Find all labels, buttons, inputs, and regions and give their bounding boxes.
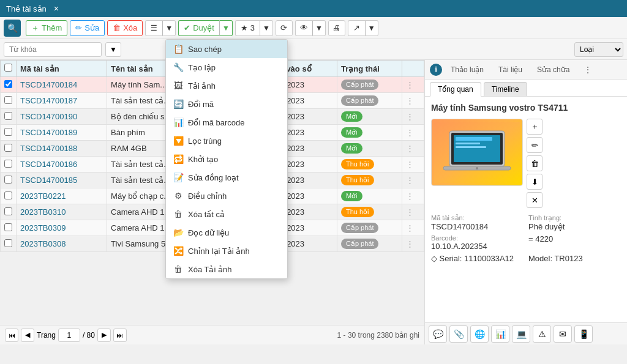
last-page-button[interactable]: ⏭ — [113, 329, 127, 342]
download-image-button[interactable]: ⬇ — [527, 174, 543, 190]
menu-main-button[interactable]: ☰ — [145, 20, 162, 36]
approve-icon: ✔ — [184, 23, 190, 32]
mobile-button[interactable]: 📱 — [574, 325, 593, 343]
subtab-timeline[interactable]: Timeline — [484, 82, 527, 96]
tab-thao-luan[interactable]: Thảo luận — [445, 63, 490, 76]
records-info: 1 - 30 trong 2380 bản ghi — [337, 331, 419, 340]
row-checkbox[interactable] — [1, 125, 17, 141]
row-checkbox[interactable] — [1, 141, 17, 157]
row-action: ⋮ — [402, 77, 424, 93]
row-id: 2023TB0221 — [17, 188, 107, 204]
edit-icon: ✏ — [75, 23, 82, 32]
alert-button[interactable]: ⚠ — [533, 325, 551, 343]
dropdown-item-label: Khởi tạo — [188, 155, 218, 164]
add-button[interactable]: ＋ Thêm — [26, 20, 67, 36]
star-arrow-button[interactable]: ▼ — [260, 20, 273, 36]
share-button[interactable]: ↗ — [348, 20, 365, 36]
dropdown-item[interactable]: ⚙Điều chỉnh — [166, 187, 287, 205]
dropdown-item-label: Lọc trùng — [188, 136, 222, 146]
dropdown-item-icon: ⚙ — [173, 191, 183, 201]
info-col-barcode-val: = 4220 — [528, 234, 621, 251]
select-all-checkbox[interactable] — [4, 64, 12, 72]
edit-button[interactable]: ✏ Sửa — [70, 20, 105, 36]
bottom-toolbar: 💬 📎 🌐 📊 💻 ⚠ ✉ 📱 — [425, 322, 627, 344]
dropdown-item[interactable]: 🖼Tải ảnh — [166, 76, 287, 95]
type-filter[interactable]: Loại — [574, 42, 623, 57]
col-trang-thai: Trạng thái — [337, 61, 402, 77]
asset-info: Mã tài sản: TSCD14700184 Tình trạng: Phê… — [431, 214, 621, 263]
tab-more[interactable]: ⋮ — [578, 63, 598, 76]
star-button[interactable]: ★ 3 — [235, 20, 260, 36]
next-page-button[interactable]: ▶ — [97, 329, 111, 342]
approve-button[interactable]: ✔ Duyệt — [178, 20, 219, 36]
search-input[interactable] — [4, 42, 102, 57]
info-col-tinh-trang: Tình trạng: Phê duyệt — [528, 214, 621, 231]
print-button[interactable]: 🖨 — [328, 20, 345, 36]
row-action: ⋮ — [402, 220, 424, 236]
row-checkbox[interactable] — [1, 109, 17, 125]
row-checkbox[interactable] — [1, 236, 17, 252]
close-image-button[interactable]: ✕ — [527, 192, 543, 208]
col-checkbox[interactable] — [1, 61, 17, 77]
dropdown-item[interactable]: 🔽Lọc trùng — [166, 132, 287, 150]
row-id: 2023TB0310 — [17, 204, 107, 220]
page-label: Trang — [37, 331, 56, 340]
tab-info-icon[interactable]: ℹ — [430, 64, 442, 76]
filter-dropdown-button[interactable]: ▼ — [105, 42, 121, 57]
computer-button[interactable]: 💻 — [512, 325, 530, 343]
comment-button[interactable]: 💬 — [429, 325, 447, 343]
row-action: ⋮ — [402, 125, 424, 141]
dropdown-item-label: Xóa tất cả — [188, 210, 225, 219]
tab-sua-chua[interactable]: Sửa chữa — [531, 63, 576, 76]
row-id: TSCD14700185 — [17, 173, 107, 188]
refresh-button[interactable]: ⟳ — [276, 20, 293, 36]
dropdown-item[interactable]: 📂Đọc dữ liệu — [166, 223, 287, 242]
dropdown-item[interactable]: 📝Sửa đồng loạt — [166, 168, 287, 187]
row-action: ⋮ — [402, 157, 424, 173]
row-id: TSCD14700189 — [17, 125, 107, 141]
dropdown-item[interactable]: 📋Sao chép — [166, 40, 287, 58]
subtab-tong-quan[interactable]: Tổng quan — [430, 82, 481, 97]
globe-button[interactable]: 🌐 — [470, 325, 489, 343]
model-value: Model: TR0123 — [528, 254, 621, 263]
dropdown-item[interactable]: 🗑Xóa Tải ảnh — [166, 260, 287, 278]
row-status: Thu hồi — [337, 173, 402, 188]
prev-page-button[interactable]: ◀ — [21, 329, 34, 342]
row-checkbox[interactable] — [1, 93, 17, 109]
dropdown-item[interactable]: 🔀Chỉnh lại Tải ảnh — [166, 242, 287, 260]
dropdown-item[interactable]: 🔁Khởi tạo — [166, 150, 287, 168]
chart-button[interactable]: 📊 — [491, 325, 509, 343]
tab-tai-lieu[interactable]: Tài liệu — [492, 63, 528, 76]
approve-arrow-button[interactable]: ▼ — [219, 20, 233, 36]
dropdown-item[interactable]: 🔄Đổi mã — [166, 95, 287, 113]
svg-rect-6 — [456, 146, 486, 148]
dropdown-item[interactable]: 🔧Tạo lập — [166, 58, 287, 76]
attachment-button[interactable]: 📎 — [449, 325, 468, 343]
close-button[interactable]: × — [51, 4, 61, 13]
page-input[interactable] — [58, 329, 80, 342]
row-checkbox[interactable] — [1, 220, 17, 236]
row-checkbox[interactable] — [1, 188, 17, 204]
eye-button[interactable]: 👁 — [295, 20, 312, 36]
row-checkbox[interactable] — [1, 173, 17, 188]
info-col-barcode: Barcode: 10.10.A.202354 — [431, 234, 524, 251]
mail-button[interactable]: ✉ — [554, 325, 572, 343]
edit-image-button[interactable]: ✏ — [527, 137, 543, 153]
share-arrow-button[interactable]: ▼ — [365, 20, 378, 36]
row-checkbox[interactable] — [1, 204, 17, 220]
row-checkbox[interactable] — [1, 157, 17, 173]
menu-arrow-button[interactable]: ▼ — [162, 20, 176, 36]
dropdown-item[interactable]: 📊Đổi mã barcode — [166, 113, 287, 132]
delete-image-button[interactable]: 🗑 — [527, 155, 543, 171]
first-page-button[interactable]: ⏮ — [5, 329, 18, 342]
dropdown-item-icon: 🗑 — [173, 264, 183, 274]
eye-arrow-button[interactable]: ▼ — [312, 20, 326, 36]
col-action — [402, 61, 424, 77]
dropdown-item-icon: 🔁 — [173, 154, 183, 164]
delete-button[interactable]: 🗑 Xóa — [107, 20, 143, 36]
tinh-trang-value: Phê duyệt — [528, 222, 621, 231]
dropdown-item[interactable]: 🗑Xóa tất cả — [166, 205, 287, 223]
main-layout: Mã tài sản Tên tài sản Ngày vào sổ Trạng… — [0, 60, 627, 344]
row-checkbox[interactable] — [1, 77, 17, 93]
add-image-button[interactable]: ＋ — [527, 119, 543, 135]
